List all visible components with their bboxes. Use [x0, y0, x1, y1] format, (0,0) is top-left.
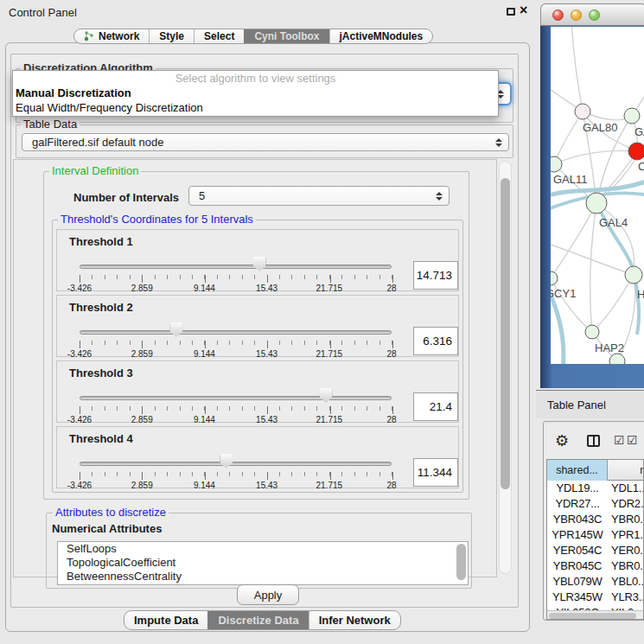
- number-of-intervals-label: Number of Intervals: [73, 191, 179, 204]
- select-column-checkbox-icon[interactable]: ☑: [627, 433, 638, 447]
- cell-name[interactable]: YER0...: [611, 543, 644, 558]
- threshold-slider[interactable]: -3.4262.8599.14415.4321.71528: [80, 230, 392, 292]
- tab-style[interactable]: Style: [149, 29, 194, 43]
- combo-arrows-icon: [435, 192, 443, 201]
- slider-handle[interactable]: [320, 388, 333, 403]
- attribute-item-topologicalcoefficient[interactable]: TopologicalCoefficient: [58, 556, 468, 570]
- apply-button[interactable]: Apply: [237, 584, 299, 605]
- tab-impute-data[interactable]: Impute Data: [124, 611, 207, 629]
- table-row[interactable]: YDR27...YDR2...: [547, 496, 644, 512]
- slider-handle[interactable]: [220, 454, 233, 469]
- table-row[interactable]: YBR045CYBR0...: [547, 558, 644, 574]
- network-node[interactable]: [551, 271, 558, 285]
- slider-track[interactable]: [80, 265, 392, 269]
- node-label-gal11: GAL11: [553, 173, 588, 186]
- float-panel-icon[interactable]: [507, 8, 515, 16]
- network-node[interactable]: [628, 143, 644, 160]
- cell-name[interactable]: YBL0...: [611, 574, 644, 590]
- attribute-item-selfloops[interactable]: SelfLoops: [58, 542, 468, 556]
- cell-name[interactable]: YDL1...: [611, 481, 644, 496]
- node-label-hap2: HAP2: [595, 341, 624, 354]
- cell-shared-name[interactable]: YPR145W: [547, 527, 608, 543]
- attribute-item-betweennesscentrality[interactable]: BetweennessCentrality: [58, 570, 468, 583]
- table-settings-gear-icon[interactable]: ⚙: [555, 431, 569, 450]
- node-attribute-table[interactable]: shared... n... YDL19...YDL1...YDR27...YD…: [546, 459, 644, 620]
- network-node[interactable]: [586, 193, 607, 214]
- tab-network[interactable]: Network: [74, 29, 149, 43]
- tab-select[interactable]: Select: [194, 29, 244, 43]
- threshold-value-field[interactable]: [413, 392, 458, 421]
- cell-shared-name[interactable]: YDR27...: [547, 496, 608, 512]
- cell-shared-name[interactable]: YBL079W: [547, 574, 608, 590]
- close-panel-icon[interactable]: ×: [520, 3, 527, 18]
- tab-infer-network[interactable]: Infer Network: [309, 611, 400, 629]
- major-tick: [80, 406, 80, 414]
- threshold-row: Threshold 1 -3.4262.8599.14415.4321.7152…: [56, 229, 459, 291]
- network-node[interactable]: [585, 325, 599, 339]
- threshold-value-field[interactable]: [413, 261, 458, 290]
- slider-track[interactable]: [80, 330, 392, 335]
- cell-shared-name[interactable]: YDL19...: [547, 481, 608, 496]
- cell-name[interactable]: YBR0...: [611, 558, 644, 574]
- cell-shared-name[interactable]: YBR043C: [547, 512, 608, 527]
- network-node[interactable]: [625, 266, 642, 284]
- network-node[interactable]: [551, 156, 562, 172]
- cell-shared-name[interactable]: YBR045C: [547, 558, 608, 574]
- attributes-scrollbar-thumb[interactable]: [456, 544, 466, 580]
- numerical-attributes-list[interactable]: SelfLoopsTopologicalCoefficientBetweenne…: [57, 541, 469, 585]
- table-row[interactable]: YLR345WYLR3...: [547, 590, 644, 605]
- network-node[interactable]: [624, 108, 640, 124]
- cell-name[interactable]: YLR3...: [611, 590, 644, 605]
- popup-item-manual-discretization[interactable]: Manual Discretization: [13, 86, 498, 100]
- number-of-intervals-combobox[interactable]: 5: [188, 186, 450, 206]
- tab-discretize-data[interactable]: Discretize Data: [207, 611, 308, 629]
- cyni-mode-tabbar: Impute DataDiscretize DataInfer Network: [124, 610, 401, 630]
- cell-shared-name[interactable]: YLR345W: [547, 590, 608, 605]
- threshold-slider[interactable]: -3.4262.8599.14415.4321.71528: [80, 427, 392, 489]
- popup-placeholder: Select algorithm to view settings: [13, 71, 498, 86]
- slider-handle[interactable]: [253, 257, 266, 271]
- column-header-name[interactable]: n...: [609, 460, 644, 481]
- attributes-group-title: Attributes to discretize: [53, 507, 169, 519]
- column-layout-icon[interactable]: [587, 435, 600, 447]
- select-all-checkbox-icon[interactable]: ☑: [614, 433, 625, 447]
- table-hscrollbar-track[interactable]: [547, 610, 644, 620]
- table-row[interactable]: YBR043CYBR0...: [547, 512, 644, 527]
- threshold-row: Threshold 4 -3.4262.8599.14415.4321.7152…: [56, 426, 459, 488]
- close-window-icon[interactable]: [552, 10, 564, 21]
- network-canvas[interactable]: GAL80GACGAL11GAL4GCY1HHAP2: [551, 27, 644, 364]
- table-hscrollbar-thumb[interactable]: [549, 613, 636, 619]
- threshold-slider[interactable]: -3.4262.8599.14415.4321.71528: [80, 296, 392, 358]
- zoom-window-icon[interactable]: [589, 10, 600, 21]
- cell-name[interactable]: YBR0...: [611, 512, 644, 527]
- cell-name[interactable]: YDR2...: [611, 496, 644, 512]
- table-row[interactable]: YPR145WYPR1...: [547, 527, 644, 543]
- threshold-row: Threshold 2 -3.4262.8599.14415.4321.7152…: [56, 295, 459, 357]
- slider-ticks: [80, 406, 392, 414]
- slider-handle[interactable]: [169, 322, 182, 337]
- network-node[interactable]: [575, 104, 590, 119]
- major-tick: [392, 472, 393, 480]
- minimize-window-icon[interactable]: [571, 10, 582, 21]
- cell-name[interactable]: YPR1...: [611, 527, 644, 543]
- tab-jactivemnodules[interactable]: jActiveMNodules: [329, 29, 433, 43]
- settings-scrollbar-thumb[interactable]: [501, 178, 510, 489]
- major-tick: [205, 472, 206, 480]
- table-row[interactable]: YER054CYER0...: [547, 543, 644, 558]
- table-data-combobox[interactable]: galFiltered.sif default node: [22, 133, 509, 151]
- column-header-shared-name[interactable]: shared...: [547, 460, 608, 481]
- threshold-value-field[interactable]: [413, 327, 458, 355]
- table-row[interactable]: YDL19...YDL1...: [547, 481, 644, 496]
- tab-cyni-toolbox-label: Cyni Toolbox: [254, 29, 319, 44]
- threshold-value-field[interactable]: [413, 458, 458, 487]
- table-row[interactable]: YBL079WYBL0...: [547, 574, 644, 590]
- slider-scale-labels: -3.4262.8599.14415.4321.71528: [80, 415, 392, 424]
- scale-label: 9.144: [194, 481, 215, 490]
- threshold-slider[interactable]: -3.4262.8599.14415.4321.71528: [80, 361, 392, 424]
- tab-cyni-toolbox[interactable]: Cyni Toolbox: [244, 29, 328, 43]
- major-tick: [330, 472, 331, 480]
- cell-shared-name[interactable]: YER054C: [547, 543, 608, 558]
- slider-track[interactable]: [80, 462, 392, 466]
- popup-item-equal-width-frequency[interactable]: Equal Width/Frequency Discretization: [13, 100, 498, 115]
- slider-track[interactable]: [80, 396, 392, 400]
